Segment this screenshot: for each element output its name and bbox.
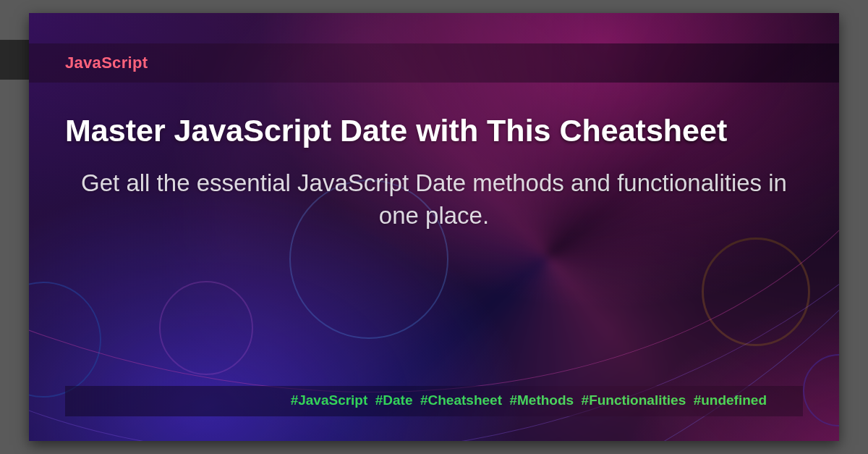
category-bar: JavaScript xyxy=(29,43,839,83)
hero-card: JavaScript Master JavaScript Date with T… xyxy=(29,13,839,441)
hero-title: Master JavaScript Date with This Cheatsh… xyxy=(65,113,803,148)
hero-content: Master JavaScript Date with This Cheatsh… xyxy=(65,113,803,232)
tag: #Functionalities xyxy=(582,392,686,408)
decorative-ring xyxy=(702,237,810,346)
decorative-ring xyxy=(289,180,448,339)
decorative-wave xyxy=(29,13,839,441)
decorative-ring xyxy=(803,354,839,426)
hero-subtitle: Get all the essential JavaScript Date me… xyxy=(65,167,803,232)
tag: #undefined xyxy=(694,392,767,408)
decorative-ring xyxy=(29,282,101,398)
tag: #JavaScript xyxy=(291,392,368,408)
decorative-ring xyxy=(159,281,253,375)
decorative-wave xyxy=(29,13,839,441)
decorative-wave xyxy=(29,13,839,441)
tag: #Cheatsheet xyxy=(420,392,502,408)
outer-dark-strip xyxy=(0,40,29,80)
category-label: JavaScript xyxy=(65,54,148,72)
tag: #Methods xyxy=(509,392,574,408)
tag: #Date xyxy=(375,392,413,408)
decorative-wave xyxy=(29,13,839,441)
tag-bar: #JavaScript #Date #Cheatsheet #Methods #… xyxy=(65,386,803,416)
